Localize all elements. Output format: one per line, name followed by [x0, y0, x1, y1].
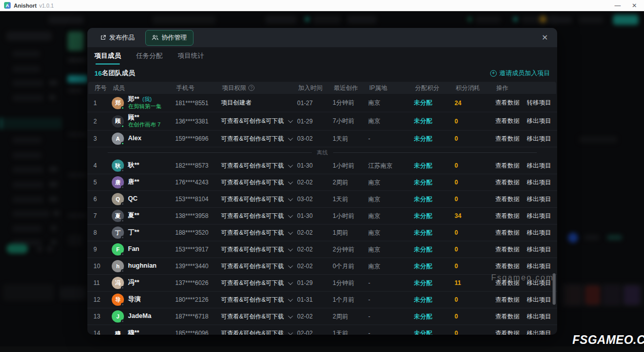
remove-or-transfer-link[interactable]: 转移项目 — [527, 99, 551, 107]
app-title: Anishort — [14, 3, 37, 9]
points-consumed: 0 — [455, 246, 495, 253]
chevron-down-icon — [288, 230, 293, 235]
column-header: 序号 — [94, 84, 113, 92]
member-name: hughnian — [128, 262, 156, 270]
remove-or-transfer-link[interactable]: 移出项目 — [527, 195, 551, 204]
member-table-body: 1郑郑**(我)在剪辑第一集181****8551项目创建者01-271分钟前南… — [87, 94, 557, 335]
view-data-link[interactable]: 查看数据 — [495, 117, 520, 125]
view-data-link[interactable]: 查看数据 — [495, 178, 520, 187]
row-actions: 查看数据移出项目 — [495, 296, 551, 304]
view-data-link[interactable]: 查看数据 — [495, 135, 520, 143]
permission-dropdown[interactable]: 可查看&可创作&可下载 — [221, 195, 297, 204]
allocate-points-link[interactable]: 未分配 — [414, 312, 455, 321]
remove-or-transfer-link[interactable]: 移出项目 — [527, 212, 551, 220]
view-data-link[interactable]: 查看数据 — [495, 262, 520, 271]
avatar: Q — [112, 193, 124, 205]
allocate-points-link[interactable]: 未分配 — [414, 162, 455, 170]
chevron-down-icon — [288, 136, 293, 141]
view-data-link[interactable]: 查看数据 — [495, 329, 520, 335]
points-consumed: 34 — [455, 212, 495, 219]
member-cell: JJadeMa — [112, 310, 175, 323]
permission-dropdown[interactable]: 可查看&可创作&可下载 — [221, 296, 297, 304]
permission-dropdown[interactable]: 可查看&可创作&可下载 — [221, 245, 297, 254]
permission-dropdown[interactable]: 可查看&可创作&可下载 — [221, 135, 297, 143]
allocate-points-link[interactable]: 未分配 — [414, 99, 455, 107]
collab-manage-label: 协作管理 — [162, 34, 187, 42]
points-consumed: 0 — [455, 118, 495, 125]
view-data-link[interactable]: 查看数据 — [495, 229, 520, 237]
modal-close-button[interactable]: ✕ — [538, 32, 551, 43]
member-table-row: 8丁丁**188****3520可查看&可创作&可下载02-021周前南京未分配… — [87, 225, 557, 241]
remove-or-transfer-link[interactable]: 移出项目 — [527, 245, 551, 254]
permission-dropdown[interactable]: 可查看&可创作&可下载 — [221, 117, 297, 125]
allocate-points-link[interactable]: 未分配 — [414, 117, 455, 125]
permission-dropdown[interactable]: 可查看&可创作&可下载 — [221, 212, 297, 220]
chevron-down-icon — [288, 246, 293, 251]
tab-project-members[interactable]: 项目成员 — [94, 47, 121, 65]
remove-or-transfer-link[interactable]: 移出项目 — [527, 312, 551, 321]
avatar: A — [112, 133, 124, 145]
remove-or-transfer-link[interactable]: 移出项目 — [527, 329, 551, 335]
ip-location: 南京 — [368, 245, 414, 254]
chevron-down-icon — [288, 297, 293, 302]
window-close-button[interactable]: ✕ — [632, 1, 637, 11]
offline-status-dot — [121, 236, 124, 239]
modal-tabs: 项目成员 任务分配 项目统计 — [87, 47, 557, 65]
member-summary-row: 16 名团队成员 + 邀请成员加入项目 — [87, 66, 557, 81]
allocate-points-link[interactable]: 未分配 — [414, 212, 455, 220]
invite-member-button[interactable]: + 邀请成员加入项目 — [490, 69, 550, 78]
remove-or-transfer-link[interactable]: 移出项目 — [527, 178, 551, 187]
recent-creation: 2周前 — [333, 178, 368, 187]
view-data-link[interactable]: 查看数据 — [495, 245, 520, 254]
points-consumed: 0 — [455, 229, 495, 236]
publish-work-button[interactable]: 发布作品 — [93, 30, 141, 46]
permission-dropdown[interactable]: 可查看&可创作&可下载 — [221, 279, 297, 287]
allocate-points-link[interactable]: 未分配 — [414, 296, 455, 304]
permission-dropdown[interactable]: 可查看&可创作&可下载 — [221, 329, 297, 335]
remove-or-transfer-link[interactable]: 移出项目 — [527, 135, 551, 143]
remove-or-transfer-link[interactable]: 移出项目 — [527, 162, 551, 170]
allocate-points-link[interactable]: 未分配 — [414, 135, 455, 143]
view-data-link[interactable]: 查看数据 — [495, 99, 520, 107]
allocate-points-link[interactable]: 未分配 — [414, 262, 455, 271]
allocate-points-link[interactable]: 未分配 — [414, 245, 455, 254]
allocate-points-link[interactable]: 未分配 — [414, 178, 455, 187]
points-consumed: 0 — [455, 179, 495, 186]
me-tag: (我) — [142, 96, 151, 103]
avatar: 导 — [112, 294, 124, 306]
permission-dropdown[interactable]: 可查看&可创作&可下载 — [221, 312, 297, 321]
help-circle-icon[interactable]: ? — [248, 85, 254, 91]
allocate-points-link[interactable]: 未分配 — [414, 229, 455, 237]
row-actions: 查看数据移出项目 — [495, 162, 551, 170]
collaboration-modal: 发布作品 协作管理 ✕ 项目成员 任务分配 项目统计 16 名团队成员 — [87, 28, 557, 335]
points-consumed: 0 — [455, 162, 495, 169]
window-minimize-button[interactable]: — — [615, 1, 621, 11]
tab-task-assignment[interactable]: 任务分配 — [136, 47, 163, 65]
offline-section-divider: 离线 — [87, 147, 557, 157]
view-data-link[interactable]: 查看数据 — [495, 296, 520, 304]
collab-manage-button[interactable]: 协作管理 — [145, 30, 194, 46]
allocate-points-link[interactable]: 未分配 — [414, 195, 455, 204]
remove-or-transfer-link[interactable]: 移出项目 — [527, 296, 551, 304]
permission-dropdown[interactable]: 可查看&可创作&可下载 — [221, 178, 297, 187]
recent-creation: 2周前 — [333, 312, 368, 321]
remove-or-transfer-link[interactable]: 移出项目 — [527, 229, 551, 237]
permission-dropdown[interactable]: 可查看&可创作&可下载 — [221, 229, 297, 237]
points-consumed: 0 — [455, 296, 495, 303]
member-cell: QQC — [112, 193, 175, 205]
allocate-points-link[interactable]: 未分配 — [414, 329, 455, 335]
row-actions: 查看数据移出项目 — [495, 117, 551, 125]
view-data-link[interactable]: 查看数据 — [495, 212, 520, 220]
permission-dropdown[interactable]: 可查看&可创作&可下载 — [221, 162, 297, 170]
tab-project-stats[interactable]: 项目统计 — [178, 47, 204, 65]
view-data-link[interactable]: 查看数据 — [495, 162, 520, 170]
allocate-points-link[interactable]: 未分配 — [414, 279, 455, 287]
row-actions: 查看数据移出项目 — [495, 212, 551, 220]
row-index: 14 — [93, 330, 112, 335]
member-phone: 137****6026 — [175, 279, 221, 286]
view-data-link[interactable]: 查看数据 — [495, 312, 520, 321]
view-data-link[interactable]: 查看数据 — [495, 195, 520, 204]
remove-or-transfer-link[interactable]: 移出项目 — [527, 262, 551, 271]
remove-or-transfer-link[interactable]: 移出项目 — [527, 117, 551, 125]
permission-dropdown[interactable]: 可查看&可创作&可下载 — [221, 262, 297, 271]
